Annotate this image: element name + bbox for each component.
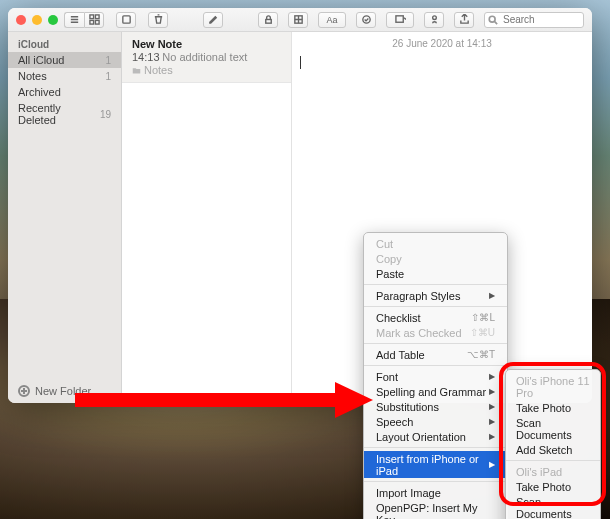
menu-layout[interactable]: Layout Orientation▶ — [364, 429, 507, 444]
svg-rect-2 — [89, 20, 93, 24]
plus-icon — [18, 385, 30, 397]
sidebar-item-all[interactable]: All iCloud1 — [8, 52, 121, 68]
menu-pgp-key[interactable]: OpenPGP: Insert My Key — [364, 500, 507, 519]
menu-copy: Copy — [364, 251, 507, 266]
svg-rect-0 — [89, 15, 93, 19]
sidebar-item-deleted[interactable]: Recently Deleted19 — [8, 100, 121, 128]
close-icon[interactable] — [16, 15, 26, 25]
menu-paragraph[interactable]: Paragraph Styles▶ — [364, 288, 507, 303]
submenu-scan-1[interactable]: Scan Documents — [506, 415, 600, 442]
chevron-right-icon: ▶ — [489, 417, 495, 426]
svg-rect-8 — [395, 16, 402, 22]
menu-cut: Cut — [364, 236, 507, 251]
submenu-insert: Oli's iPhone 11 Pro Take Photo Scan Docu… — [505, 369, 601, 519]
note-preview: 14:13 No additional text — [132, 51, 281, 63]
lock-icon[interactable] — [258, 12, 278, 28]
menu-import-image[interactable]: Import Image — [364, 485, 507, 500]
chevron-right-icon: ▶ — [489, 372, 495, 381]
table-icon[interactable] — [288, 12, 308, 28]
svg-rect-4 — [122, 16, 129, 23]
svg-point-9 — [432, 16, 436, 20]
new-folder-button[interactable]: New Folder — [8, 379, 121, 403]
chevron-right-icon: ▶ — [489, 432, 495, 441]
note-date: 26 June 2020 at 14:13 — [292, 32, 592, 55]
submenu-device-2: Oli's iPad — [506, 464, 600, 479]
sidebar-item-notes[interactable]: Notes1 — [8, 68, 121, 84]
submenu-scan-2[interactable]: Scan Documents — [506, 494, 600, 519]
svg-rect-5 — [265, 20, 271, 24]
menu-checklist[interactable]: Checklist⇧⌘L — [364, 310, 507, 325]
menu-spelling[interactable]: Spelling and Grammar▶ — [364, 384, 507, 399]
menu-insert-device[interactable]: Insert from iPhone or iPad▶ — [364, 451, 507, 478]
grid-view-icon[interactable] — [84, 12, 104, 28]
note-list: New Note 14:13 No additional text Notes — [122, 32, 292, 403]
titlebar: Aa — [8, 8, 592, 32]
search-field[interactable] — [484, 12, 584, 28]
context-menu: Cut Copy Paste Paragraph Styles▶ Checkli… — [363, 232, 508, 519]
menu-speech[interactable]: Speech▶ — [364, 414, 507, 429]
submenu-take-photo-2[interactable]: Take Photo — [506, 479, 600, 494]
share-icon[interactable] — [454, 12, 474, 28]
traffic-lights — [16, 15, 58, 25]
menu-font[interactable]: Font▶ — [364, 369, 507, 384]
attachments-icon[interactable] — [116, 12, 136, 28]
svg-point-10 — [489, 16, 495, 22]
chevron-right-icon: ▶ — [489, 460, 495, 469]
submenu-device-1: Oli's iPhone 11 Pro — [506, 373, 600, 400]
link-icon[interactable] — [424, 12, 444, 28]
svg-rect-1 — [95, 15, 99, 19]
menu-paste[interactable]: Paste — [364, 266, 507, 281]
sidebar-item-archived[interactable]: Archived — [8, 84, 121, 100]
note-card[interactable]: New Note 14:13 No additional text Notes — [122, 32, 291, 83]
submenu-sketch-1[interactable]: Add Sketch — [506, 442, 600, 457]
chevron-right-icon: ▶ — [489, 402, 495, 411]
chevron-right-icon: ▶ — [489, 291, 495, 300]
menu-substitutions[interactable]: Substitutions▶ — [364, 399, 507, 414]
folder-icon — [132, 66, 141, 75]
search-icon — [488, 15, 498, 25]
checklist-icon[interactable] — [356, 12, 376, 28]
zoom-icon[interactable] — [48, 15, 58, 25]
compose-icon[interactable] — [203, 12, 223, 28]
view-toggle[interactable] — [64, 12, 104, 28]
list-view-icon[interactable] — [64, 12, 84, 28]
sidebar-section: iCloud — [8, 36, 121, 52]
svg-rect-3 — [95, 20, 99, 24]
note-folder: Notes — [132, 64, 281, 76]
menu-table[interactable]: Add Table⌥⌘T — [364, 347, 507, 362]
search-input[interactable] — [484, 12, 584, 28]
media-icon[interactable] — [386, 12, 414, 28]
text-cursor — [300, 56, 301, 69]
submenu-take-photo-1[interactable]: Take Photo — [506, 400, 600, 415]
chevron-right-icon: ▶ — [489, 387, 495, 396]
menu-mark: Mark as Checked⇧⌘U — [364, 325, 507, 340]
text-style-icon[interactable]: Aa — [318, 12, 346, 28]
note-title: New Note — [132, 38, 281, 50]
minimize-icon[interactable] — [32, 15, 42, 25]
sidebar: iCloud All iCloud1 Notes1 Archived Recen… — [8, 32, 122, 403]
delete-icon[interactable] — [148, 12, 168, 28]
